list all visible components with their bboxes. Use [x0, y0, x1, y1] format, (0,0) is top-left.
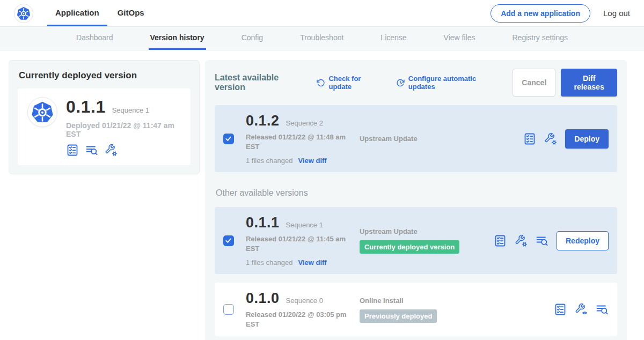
version-checkbox[interactable]	[223, 134, 234, 144]
preflight-checklist-icon[interactable]	[494, 234, 507, 247]
released-timestamp: Released 01/21/22 @ 11:48 am EST	[246, 132, 353, 151]
view-diff-link[interactable]: View diff	[298, 258, 326, 267]
source-column: Upstream Update Currently deployed versi…	[360, 227, 494, 254]
main-content: Currently deployed version 0.1.1 Sequenc…	[0, 50, 644, 340]
version-row-0-1-1: 0.1.1 Sequence 1 Released 01/21/22 @ 11:…	[215, 207, 617, 274]
version-source-label: Upstream Update	[360, 227, 494, 235]
version-source-label: Online Install	[360, 297, 494, 305]
version-number: 0.1.2	[246, 113, 280, 129]
diff-releases-button[interactable]: Diff releases	[561, 69, 617, 97]
previously-deployed-badge: Previously deployed	[360, 309, 437, 323]
currently-deployed-title: Currently deployed version	[19, 70, 191, 81]
edit-config-icon[interactable]	[105, 144, 118, 157]
currently-deployed-badge: Currently deployed version	[360, 240, 459, 254]
deployed-version-card: 0.1.1 Sequence 1 Deployed 01/21/22 @ 11:…	[18, 88, 191, 165]
deploy-logs-icon[interactable]	[536, 234, 548, 247]
version-info-column: 0.1.2 Sequence 2 Released 01/21/22 @ 11:…	[246, 113, 360, 165]
source-column: Online Install Previously deployed	[360, 297, 494, 323]
check-for-update-link[interactable]: Check for update	[317, 75, 382, 91]
latest-available-header: Latest available version Check for updat…	[215, 69, 617, 97]
subnav-tab-troubleshoot[interactable]: Troubleshoot	[298, 27, 345, 50]
version-sequence: Sequence 1	[286, 221, 323, 229]
version-sequence: Sequence 0	[286, 297, 323, 305]
other-versions-title: Other available versions	[216, 188, 617, 198]
version-info-column: 0.1.0 Sequence 0 Released 01/20/22 @ 03:…	[246, 290, 360, 329]
released-timestamp: Released 01/20/22 @ 03:05 pm EST	[246, 310, 353, 329]
deployed-version-sequence: Sequence 1	[112, 106, 149, 114]
latest-available-title: Latest available version	[215, 73, 306, 92]
deployed-version-number: 0.1.1	[66, 97, 106, 117]
version-source-label: Upstream Update	[360, 135, 494, 143]
deployed-version-details: 0.1.1 Sequence 1 Deployed 01/21/22 @ 11:…	[66, 97, 181, 157]
app-brand	[14, 0, 33, 26]
deployed-app-logo-avatar	[27, 97, 57, 127]
subnav-tab-license[interactable]: License	[379, 27, 408, 50]
tab-application[interactable]: Application	[47, 0, 107, 26]
currently-deployed-panel: Currently deployed version 0.1.1 Sequenc…	[9, 60, 200, 174]
checkmark-icon	[224, 135, 232, 143]
cancel-button[interactable]: Cancel	[513, 69, 555, 97]
source-column: Upstream Update	[360, 135, 494, 143]
files-changed-label: 1 files changed	[246, 157, 292, 165]
configure-automatic-updates-label: Configure automatic updates	[408, 75, 499, 91]
released-timestamp: Released 01/21/22 @ 11:45 am EST	[246, 234, 353, 253]
view-diff-link[interactable]: View diff	[298, 157, 326, 165]
row-actions	[554, 303, 609, 316]
preflight-checklist-icon[interactable]	[554, 303, 567, 316]
deployed-timestamp: Deployed 01/21/22 @ 11:47 am EST	[66, 121, 181, 138]
edit-config-icon[interactable]	[515, 234, 528, 247]
version-number: 0.1.0	[246, 290, 280, 307]
view-config-icon[interactable]	[575, 303, 588, 316]
kubernetes-logo-icon	[31, 101, 54, 123]
add-application-button[interactable]: Add a new application	[491, 4, 590, 23]
row-actions: Deploy	[523, 129, 609, 149]
top-nav: Application GitOps Add a new application…	[0, 0, 644, 27]
version-checkbox[interactable]	[223, 304, 234, 315]
edit-config-icon[interactable]	[544, 132, 557, 145]
top-nav-right: Add a new application Log out	[491, 0, 630, 26]
app-sub-nav: Dashboard Version history Config Trouble…	[0, 27, 644, 50]
row-spacer	[215, 274, 617, 283]
tab-gitops[interactable]: GitOps	[109, 0, 152, 26]
files-changed-label: 1 files changed	[246, 258, 292, 267]
preflight-checklist-icon[interactable]	[523, 132, 536, 145]
check-for-update-label: Check for update	[328, 75, 382, 91]
header-actions: Cancel Diff releases	[513, 69, 617, 97]
top-nav-tabs: Application GitOps	[47, 0, 152, 26]
refresh-icon	[317, 78, 325, 87]
version-number: 0.1.1	[246, 215, 280, 231]
subnav-tab-registry-settings[interactable]: Registry settings	[511, 27, 569, 50]
subnav-tab-config[interactable]: Config	[240, 27, 265, 50]
deploy-button[interactable]: Deploy	[565, 129, 609, 149]
deploy-logs-icon[interactable]	[85, 144, 98, 157]
version-info-column: 0.1.1 Sequence 1 Released 01/21/22 @ 11:…	[246, 215, 360, 267]
subnav-tab-dashboard[interactable]: Dashboard	[75, 27, 115, 50]
deploy-logs-icon[interactable]	[596, 303, 609, 316]
checkmark-icon	[224, 236, 232, 245]
latest-available-panel: Latest available version Check for updat…	[205, 60, 627, 340]
kubernetes-logo-icon	[17, 6, 31, 20]
logout-link[interactable]: Log out	[603, 9, 630, 18]
subnav-tab-version-history[interactable]: Version history	[149, 27, 206, 50]
version-sequence: Sequence 2	[286, 119, 323, 127]
configure-automatic-updates-link[interactable]: Configure automatic updates	[396, 75, 499, 91]
version-row-0-1-0: 0.1.0 Sequence 0 Released 01/20/22 @ 03:…	[215, 283, 617, 336]
app-logo-avatar	[14, 4, 33, 23]
version-checkbox[interactable]	[223, 235, 234, 246]
schedule-update-icon	[396, 78, 405, 87]
row-actions: Redeploy	[494, 231, 609, 250]
preflight-checklist-icon[interactable]	[66, 144, 79, 157]
version-row-0-1-2: 0.1.2 Sequence 2 Released 01/21/22 @ 11:…	[215, 105, 617, 172]
redeploy-button[interactable]: Redeploy	[557, 231, 609, 250]
subnav-tab-view-files[interactable]: View files	[442, 27, 477, 50]
